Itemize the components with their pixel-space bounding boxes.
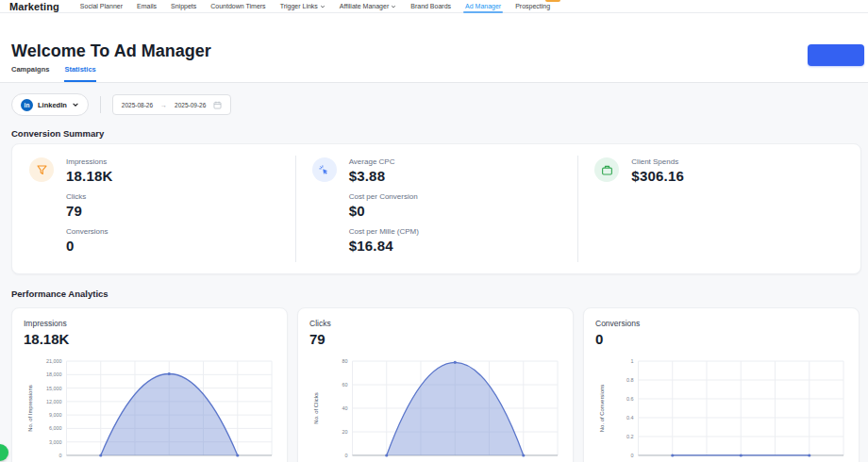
- metric-list: Average CPC $3.88 Cost per Conversion $0…: [349, 157, 419, 260]
- date-end: 2025-09-26: [175, 102, 206, 108]
- svg-text:No. of Clicks: No. of Clicks: [313, 392, 319, 423]
- nav-item-ad-manager[interactable]: Ad Manager: [465, 0, 501, 13]
- nav-item-social-planner[interactable]: Social Planner: [80, 0, 123, 13]
- svg-text:21,000: 21,000: [46, 358, 62, 364]
- metric-list: Impressions 18.18K Clicks 79 Conversions…: [66, 157, 113, 260]
- svg-text:3,000: 3,000: [49, 439, 62, 445]
- metric-cost-per-conversion: Cost per Conversion $0: [349, 192, 419, 219]
- metric-label: Cost per Conversion: [349, 192, 419, 201]
- nav-item-emails[interactable]: Emails: [137, 0, 157, 13]
- chevron-down-icon: [320, 4, 326, 9]
- nav-item-snippets[interactable]: Snippets: [171, 0, 196, 13]
- tab-statistics[interactable]: Statistics: [64, 65, 95, 82]
- metric-value: 18.18K: [66, 168, 113, 184]
- page-title: Welcome To Ad Manager: [11, 41, 211, 61]
- chart-total: 79: [309, 331, 561, 347]
- metric-label: Cost per Mille (CPM): [349, 227, 419, 236]
- chart-total: 18.18K: [24, 331, 275, 347]
- conversions-chart-card: Conversions 0 10.80.60.40.20No. of Conve…: [583, 307, 860, 462]
- svg-text:No. of Impressions: No. of Impressions: [27, 385, 33, 431]
- metric-client-spends: Client Spends $306.16: [631, 157, 684, 184]
- metric-label: Impressions: [66, 157, 113, 166]
- tab-campaigns[interactable]: Campaigns: [11, 65, 49, 82]
- metric-average-cpc: Average CPC $3.88: [349, 157, 419, 184]
- conversion-summary-title: Conversion Summary: [11, 128, 104, 139]
- summary-column-costs: Average CPC $3.88 Cost per Conversion $0…: [295, 144, 578, 273]
- metric-value: 0: [66, 238, 113, 254]
- svg-text:0: 0: [345, 453, 348, 458]
- conversion-summary-card: Impressions 18.18K Clicks 79 Conversions…: [11, 143, 861, 274]
- impressions-chart-card: Impressions 18.18K 21,00018,00015,00012,…: [11, 307, 288, 462]
- metric-label: Client Spends: [631, 157, 684, 166]
- nav-item-label: Social Planner: [80, 3, 123, 9]
- nav-item-label: Snippets: [171, 3, 196, 9]
- svg-text:9,000: 9,000: [49, 412, 62, 418]
- cursor-click-icon: [312, 157, 337, 182]
- clicks-chart-card: Clicks 79 806040200No. of Clicks: [297, 307, 574, 462]
- impressions-chart: 21,00018,00015,00012,0009,0006,0003,0000…: [24, 355, 275, 462]
- new-badge: NEW: [545, 0, 561, 2]
- svg-text:0.4: 0.4: [626, 415, 634, 421]
- svg-text:No. of Conversions: No. of Conversions: [599, 385, 605, 432]
- chart-total: 0: [595, 331, 847, 347]
- svg-text:12,000: 12,000: [46, 399, 62, 404]
- chat-widget-button[interactable]: [0, 444, 8, 461]
- svg-text:20: 20: [342, 429, 348, 435]
- metric-conversions: Conversions 0: [66, 227, 113, 254]
- metric-value: 79: [66, 203, 113, 219]
- summary-column-spend: Client Spends $306.16: [577, 144, 860, 273]
- nav-item-countdown-timers[interactable]: Countdown Timers: [210, 0, 265, 13]
- tab-bar: Campaigns Statistics: [11, 65, 96, 82]
- metric-impressions: Impressions 18.18K: [66, 157, 113, 184]
- svg-text:60: 60: [342, 382, 348, 388]
- nav-item-label: Affiliate Manager: [340, 3, 389, 9]
- chart-title: Clicks: [309, 319, 561, 328]
- nav-item-affiliate-manager[interactable]: Affiliate Manager: [340, 0, 396, 13]
- metric-label: Conversions: [66, 227, 113, 236]
- calendar-icon: [213, 101, 222, 109]
- funnel-icon: [29, 157, 54, 182]
- brand-logo[interactable]: Marketing: [9, 1, 59, 12]
- nav-item-label: Ad Manager: [465, 3, 501, 9]
- svg-text:0.6: 0.6: [626, 396, 634, 402]
- chevron-down-icon: [391, 4, 396, 9]
- conversions-chart: 10.80.60.40.20No. of Conversions: [595, 355, 847, 462]
- filter-bar: in LinkedIn 2025-08-26 → 2025-09-26: [11, 93, 231, 116]
- arrow-right-icon: →: [160, 102, 167, 108]
- svg-text:0: 0: [59, 453, 62, 458]
- date-range-picker[interactable]: 2025-08-26 → 2025-09-26: [112, 94, 232, 115]
- svg-text:6,000: 6,000: [49, 425, 62, 431]
- wallet-icon: [594, 157, 619, 182]
- platform-select[interactable]: in LinkedIn: [11, 93, 89, 116]
- linkedin-icon: in: [21, 99, 33, 111]
- nav-item-label: Brand Boards: [410, 3, 451, 9]
- svg-text:18,000: 18,000: [46, 371, 62, 377]
- nav-item-label: Trigger Links: [280, 3, 318, 9]
- nav-item-prospecting[interactable]: Prospecting NEW: [515, 0, 550, 13]
- metric-value: $306.16: [631, 168, 684, 184]
- svg-text:80: 80: [342, 358, 348, 364]
- nav-item-brand-boards[interactable]: Brand Boards: [410, 0, 451, 13]
- metric-value: $3.88: [349, 168, 419, 184]
- chart-title: Conversions: [595, 319, 847, 328]
- svg-text:15,000: 15,000: [46, 386, 62, 391]
- primary-action-button[interactable]: [808, 44, 864, 66]
- nav-item-label: Countdown Timers: [210, 3, 265, 9]
- performance-analytics-title: Performance Analytics: [11, 289, 108, 299]
- platform-label: LinkedIn: [38, 101, 67, 109]
- svg-text:0: 0: [631, 453, 634, 458]
- chevron-down-icon: [72, 101, 79, 108]
- metric-label: Average CPC: [349, 157, 419, 166]
- nav-item-trigger-links[interactable]: Trigger Links: [280, 0, 326, 13]
- nav-item-label: Prospecting: [515, 3, 550, 9]
- page-header: Welcome To Ad Manager Campaigns Statisti…: [0, 13, 868, 83]
- metric-clicks: Clicks 79: [66, 192, 113, 219]
- nav-item-label: Emails: [137, 3, 157, 9]
- top-navigation: Marketing Social Planner Emails Snippets…: [0, 0, 868, 13]
- date-start: 2025-08-26: [122, 102, 153, 108]
- svg-text:0.8: 0.8: [626, 377, 634, 383]
- chart-title: Impressions: [24, 319, 275, 328]
- svg-text:1: 1: [631, 358, 634, 364]
- svg-text:40: 40: [342, 405, 348, 411]
- metric-value: $0: [349, 203, 419, 219]
